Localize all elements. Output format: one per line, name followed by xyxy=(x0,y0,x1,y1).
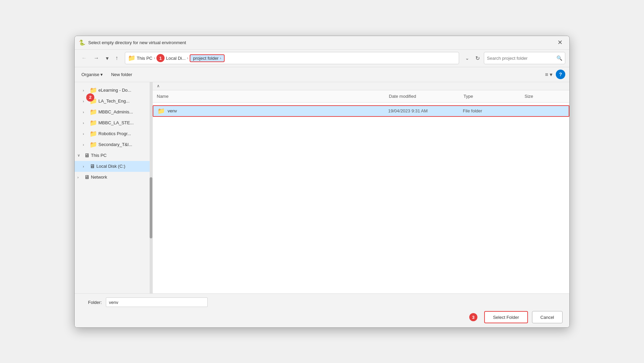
cancel-button[interactable]: Cancel xyxy=(532,311,563,323)
back-button[interactable]: ← xyxy=(79,53,90,63)
breadcrumb-this-pc-label: This PC xyxy=(137,56,152,61)
breadcrumb-localDisk-wrap: 1 Local Di... xyxy=(156,54,186,62)
button-row: 3 Select Folder Cancel xyxy=(81,311,563,323)
file-date-venv: 19/04/2023 9:31 AM xyxy=(388,108,463,113)
network-icon: 🖥 xyxy=(84,174,90,180)
file-type-venv: File folder xyxy=(463,108,524,113)
scrollbar-thumb[interactable] xyxy=(150,177,152,238)
toolbar: Organise ▾ New folder ≡ ▾ ? xyxy=(75,67,569,82)
sidebar-label-robotics: Robotics Progr... xyxy=(98,131,131,136)
expand-icon-mbbc-admin: › xyxy=(83,110,88,114)
file-row-venv[interactable]: 📁 venv 19/04/2023 9:31 AM File folder xyxy=(153,105,569,117)
folder-icon-mbbc-la-stem: 📁 xyxy=(90,119,97,127)
expand-icon-this-pc: ∨ xyxy=(77,153,83,158)
expand-icon-network: › xyxy=(77,175,83,179)
navbar: ← → ▾ ↑ 📁 This PC › 1 Local Di... › proj… xyxy=(75,50,569,67)
toolbar-left: Organise ▾ New folder xyxy=(79,71,135,78)
toolbar-right: ≡ ▾ ? xyxy=(543,70,565,79)
breadcrumb-current-arrow: › xyxy=(220,56,221,60)
sidebar-item-network[interactable]: › 🖥 Network xyxy=(75,172,152,183)
sidebar-item-mbbc-la-stem[interactable]: › 📁 MBBC_LA_STE... xyxy=(75,117,152,128)
view-button[interactable]: ≡ ▾ xyxy=(543,70,554,79)
sidebar-label-secondary: Secondary_T&l... xyxy=(98,142,132,147)
sidebar-label-mbbc-la-stem: MBBC_LA_STE... xyxy=(98,120,134,125)
dropdown-recent-button[interactable]: ▾ xyxy=(103,53,111,63)
organise-button[interactable]: Organise ▾ xyxy=(79,71,106,78)
breadcrumb-this-pc[interactable]: This PC xyxy=(137,56,152,61)
sidebar-item-secondary[interactable]: › 📁 Secondary_T&l... xyxy=(75,139,152,150)
sidebar-item-local-disk[interactable]: › 🖥 Local Disk (C:) xyxy=(75,161,152,172)
breadcrumb-current-folder[interactable]: project folder › xyxy=(190,54,225,62)
sidebar-label-this-pc: This PC xyxy=(91,153,107,158)
address-dropdown-button[interactable]: ⌄ xyxy=(463,54,471,62)
search-input[interactable] xyxy=(487,56,554,61)
header-date[interactable]: Date modified xyxy=(389,92,463,100)
new-folder-button[interactable]: New folder xyxy=(108,71,135,78)
sort-indicator: ∧ xyxy=(153,82,569,90)
breadcrumb-local-disk-label: Local Di... xyxy=(166,56,186,61)
sidebar-label-elearning: eLearning - Do... xyxy=(98,88,131,93)
sidebar-item-la-tech-eng[interactable]: › 2 📁 LA_Tech_Eng... xyxy=(75,96,152,107)
file-rows: 📁 venv 19/04/2023 9:31 AM File folder xyxy=(153,103,569,293)
breadcrumb-current-label: project folder xyxy=(193,56,219,61)
search-box: 🔍 xyxy=(484,52,565,64)
folder-icon-venv: 📁 xyxy=(157,107,165,115)
bottom-bar: Folder: 3 Select Folder Cancel xyxy=(75,293,569,327)
header-size[interactable]: Size xyxy=(525,92,565,100)
step-badge-1: 1 xyxy=(156,54,165,62)
sidebar-item-robotics[interactable]: › 📁 Robotics Progr... xyxy=(75,128,152,139)
folder-icon-secondary: 📁 xyxy=(90,141,97,148)
expand-icon-elearning: › xyxy=(83,88,88,92)
breadcrumb-sep1: › xyxy=(154,56,155,60)
folder-icon-elearning: 📁 xyxy=(90,87,97,94)
expand-icon-robotics: › xyxy=(83,132,88,136)
help-button[interactable]: ? xyxy=(556,70,565,79)
sidebar-label-network: Network xyxy=(91,175,107,180)
dialog: 🐍 Select empty directory for new virtual… xyxy=(74,36,570,328)
titlebar: 🐍 Select empty directory for new virtual… xyxy=(75,36,569,50)
header-type[interactable]: Type xyxy=(463,92,525,100)
organise-label: Organise xyxy=(81,72,99,77)
view-arrow-icon: ▾ xyxy=(550,72,552,77)
up-button[interactable]: ↑ xyxy=(113,53,121,63)
folder-input[interactable] xyxy=(106,297,208,307)
search-icon: 🔍 xyxy=(556,55,562,61)
sidebar-label-la-tech-eng: LA_Tech_Eng... xyxy=(98,98,130,104)
expand-icon-local-disk: › xyxy=(83,164,88,168)
expand-icon-secondary: › xyxy=(83,143,88,147)
content-area: › 📁 eLearning - Do... › 2 📁 LA_Tech_Eng.… xyxy=(75,82,569,293)
folder-icon-mbbc-admin: 📁 xyxy=(90,108,97,116)
close-button[interactable]: ✕ xyxy=(555,37,565,48)
titlebar-left: 🐍 Select empty directory for new virtual… xyxy=(79,39,186,46)
expand-icon-mbbc-la-stem: › xyxy=(83,121,88,125)
drive-icon-local-disk: 🖥 xyxy=(90,163,95,169)
folder-row: Folder: xyxy=(81,297,563,307)
breadcrumb-folder-icon: 📁 xyxy=(128,54,135,62)
sidebar: › 📁 eLearning - Do... › 2 📁 LA_Tech_Eng.… xyxy=(75,82,153,293)
dialog-title: Select empty directory for new virtual e… xyxy=(88,40,186,45)
file-list: ∧ Name Date modified Type Size 📁 venv 19… xyxy=(153,82,569,293)
sidebar-label-local-disk: Local Disk (C:) xyxy=(96,164,125,169)
sort-arrow[interactable]: ∧ xyxy=(157,84,160,88)
step-badge-2: 2 xyxy=(86,93,94,102)
sidebar-label-mbbc-admin: MBBC_Adminis... xyxy=(98,109,133,114)
breadcrumb-sep2: › xyxy=(187,56,188,60)
scrollbar-track[interactable] xyxy=(150,82,152,293)
view-icon: ≡ xyxy=(545,72,548,77)
folder-icon-robotics: 📁 xyxy=(90,130,97,138)
organise-arrow-icon: ▾ xyxy=(100,72,103,77)
header-name[interactable]: Name xyxy=(157,92,389,100)
app-icon: 🐍 xyxy=(79,39,86,46)
sidebar-item-elearning[interactable]: › 📁 eLearning - Do... xyxy=(75,85,152,96)
breadcrumb-bar[interactable]: 📁 This PC › 1 Local Di... › project fold… xyxy=(125,52,459,64)
refresh-button[interactable]: ↻ xyxy=(473,54,482,63)
sidebar-item-mbbc-admin[interactable]: › 📁 MBBC_Adminis... xyxy=(75,107,152,117)
file-name-venv: venv xyxy=(168,108,177,113)
select-folder-button[interactable]: Select Folder xyxy=(484,311,528,323)
forward-button[interactable]: → xyxy=(91,53,102,63)
sidebar-item-this-pc[interactable]: ∨ 🖥 This PC xyxy=(75,150,152,161)
step-badge-3: 3 xyxy=(469,313,477,321)
file-list-header: Name Date modified Type Size xyxy=(153,90,569,103)
breadcrumb-local-disk[interactable]: Local Di... xyxy=(166,56,186,61)
file-row-name-venv: 📁 venv xyxy=(157,107,388,115)
